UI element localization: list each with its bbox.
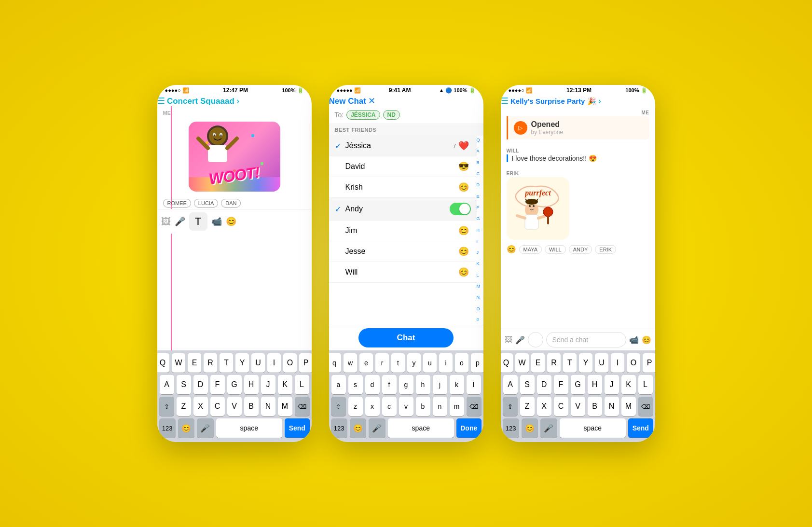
- key-w-3[interactable]: W: [515, 353, 529, 373]
- key-y-1[interactable]: Y: [235, 353, 249, 373]
- send-key-1[interactable]: Send: [285, 418, 310, 438]
- key-y-3[interactable]: Y: [579, 353, 592, 373]
- key-i-1[interactable]: I: [267, 353, 281, 373]
- backspace-key-2[interactable]: ⌫: [467, 397, 482, 416]
- space-key-3[interactable]: space: [560, 418, 626, 438]
- mic-kb-key-1[interactable]: 🎤: [197, 418, 213, 438]
- key-c-3[interactable]: C: [554, 397, 568, 416]
- space-key-2[interactable]: space: [388, 418, 454, 438]
- shift-key-1[interactable]: ⇧: [159, 397, 174, 416]
- key-u-1[interactable]: U: [251, 353, 265, 373]
- alpha-n[interactable]: N: [477, 295, 483, 300]
- alpha-c[interactable]: C: [477, 171, 483, 177]
- participant-will[interactable]: WILL: [545, 245, 566, 254]
- backspace-key-3[interactable]: ⌫: [638, 397, 653, 416]
- key-d-1[interactable]: D: [193, 375, 208, 394]
- key-u-3[interactable]: U: [595, 353, 608, 373]
- recipient-nd[interactable]: ND: [383, 110, 400, 120]
- emoji-icon-1[interactable]: 😊: [226, 216, 236, 227]
- recipient-jessica[interactable]: JÉSSICA: [346, 110, 380, 120]
- contact-david[interactable]: David 😎: [329, 156, 477, 177]
- key-z-2[interactable]: z: [348, 397, 363, 416]
- mic-icon-1[interactable]: 🎤: [175, 216, 185, 227]
- mic-icon-3[interactable]: 🎤: [515, 335, 525, 345]
- key-j-2[interactable]: j: [433, 375, 447, 394]
- alpha-sidebar[interactable]: Q A B C D E F G H I J K L M N O P: [477, 136, 483, 325]
- sym-key-3[interactable]: 123: [503, 418, 519, 438]
- done-key-2[interactable]: Done: [456, 418, 482, 438]
- chat-input-area-1[interactable]: 🖼 🎤 T 📹 😊: [157, 209, 312, 234]
- key-q-1[interactable]: Q: [157, 353, 170, 373]
- key-t-3[interactable]: T: [563, 353, 577, 373]
- key-f-1[interactable]: F: [210, 375, 225, 394]
- close-button-2[interactable]: ✕: [368, 96, 375, 106]
- key-j-1[interactable]: J: [261, 375, 275, 394]
- contact-will[interactable]: Will 😊: [329, 262, 477, 283]
- key-v-1[interactable]: V: [227, 397, 242, 416]
- participant-erik[interactable]: ERIK: [595, 245, 616, 254]
- key-u-2[interactable]: u: [423, 353, 437, 373]
- key-g-3[interactable]: G: [571, 375, 585, 394]
- key-e-1[interactable]: E: [188, 353, 201, 373]
- key-p-2[interactable]: p: [471, 353, 483, 373]
- backspace-key-1[interactable]: ⌫: [295, 397, 310, 416]
- forward-icon-3[interactable]: ›: [598, 96, 601, 106]
- key-d-3[interactable]: D: [537, 375, 551, 394]
- key-a-2[interactable]: a: [331, 375, 346, 394]
- alpha-j[interactable]: J: [477, 250, 483, 255]
- emoji-kb-key-3[interactable]: 😊: [522, 418, 538, 438]
- emoji-icon-3[interactable]: 😊: [642, 335, 651, 345]
- key-r-3[interactable]: R: [547, 353, 561, 373]
- key-n-2[interactable]: n: [433, 397, 447, 416]
- key-x-3[interactable]: X: [537, 397, 551, 416]
- alpha-k[interactable]: K: [477, 261, 483, 266]
- key-t-2[interactable]: t: [391, 353, 405, 373]
- key-b-1[interactable]: B: [244, 397, 259, 416]
- key-x-2[interactable]: x: [365, 397, 380, 416]
- chat-input-field-3[interactable]: Send a chat: [546, 332, 626, 347]
- key-w-1[interactable]: W: [172, 353, 185, 373]
- key-z-3[interactable]: Z: [520, 397, 535, 416]
- key-q-3[interactable]: Q: [501, 353, 513, 373]
- key-q-2[interactable]: q: [329, 353, 342, 373]
- key-p-3[interactable]: P: [643, 353, 655, 373]
- key-b-2[interactable]: b: [416, 397, 430, 416]
- key-c-2[interactable]: c: [382, 397, 397, 416]
- key-j-3[interactable]: J: [605, 375, 619, 394]
- key-m-2[interactable]: m: [450, 397, 464, 416]
- alpha-e[interactable]: E: [477, 194, 483, 199]
- key-y-2[interactable]: y: [407, 353, 421, 373]
- alpha-b[interactable]: B: [477, 160, 483, 166]
- key-x-1[interactable]: X: [193, 397, 208, 416]
- contact-jim[interactable]: Jim 😊: [329, 221, 477, 241]
- key-o-1[interactable]: O: [283, 353, 297, 373]
- video-icon-1[interactable]: 📹: [211, 216, 222, 227]
- alpha-q[interactable]: Q: [477, 138, 483, 143]
- key-m-3[interactable]: M: [621, 397, 636, 416]
- video-icon-3[interactable]: 📹: [629, 335, 639, 345]
- send-key-3[interactable]: Send: [628, 418, 653, 438]
- key-a-1[interactable]: A: [160, 375, 174, 394]
- contact-jesse[interactable]: Jesse 😊: [329, 241, 477, 262]
- alpha-h[interactable]: H: [477, 228, 483, 233]
- key-n-3[interactable]: N: [605, 397, 619, 416]
- contact-andy[interactable]: ✓ Andy: [329, 198, 477, 221]
- alpha-l[interactable]: L: [477, 273, 483, 278]
- key-r-2[interactable]: r: [375, 353, 389, 373]
- key-w-2[interactable]: w: [344, 353, 357, 373]
- sym-key-2[interactable]: 123: [331, 418, 347, 438]
- key-a-3[interactable]: A: [503, 375, 518, 394]
- key-m-1[interactable]: M: [278, 397, 292, 416]
- mic-kb-key-3[interactable]: 🎤: [540, 418, 557, 438]
- emoji-kb-key-2[interactable]: 😊: [350, 418, 366, 438]
- key-z-1[interactable]: Z: [177, 397, 191, 416]
- key-n-1[interactable]: N: [261, 397, 275, 416]
- key-i-2[interactable]: i: [439, 353, 453, 373]
- key-l-1[interactable]: L: [295, 375, 309, 394]
- key-b-3[interactable]: B: [588, 397, 602, 416]
- key-h-2[interactable]: h: [416, 375, 430, 394]
- alpha-o[interactable]: O: [477, 306, 483, 312]
- alpha-m[interactable]: M: [477, 284, 483, 289]
- alpha-i[interactable]: I: [477, 239, 483, 244]
- menu-icon-3[interactable]: ☰: [501, 96, 509, 106]
